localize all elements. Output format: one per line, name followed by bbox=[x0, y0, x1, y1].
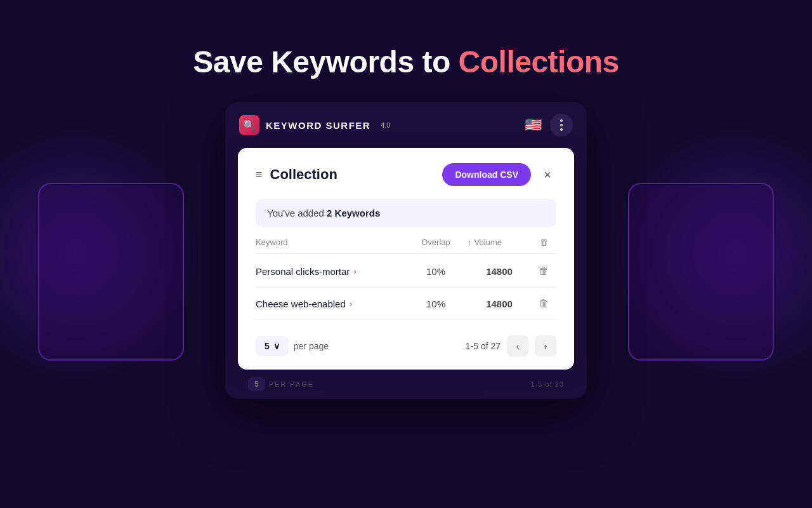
ks-title: KEYWORD SURFER bbox=[266, 120, 370, 131]
volume-cell-1: 14800 bbox=[468, 266, 531, 277]
keyword-cell-1: Personal clicks-mortar › bbox=[256, 266, 404, 277]
menu-dot-2 bbox=[560, 124, 563, 126]
per-page-selector: 5 ∨ per page bbox=[256, 336, 329, 356]
modal-title-area: ≡ Collection bbox=[256, 166, 337, 183]
ks-header-right: 🇺🇸 bbox=[522, 114, 573, 137]
per-page-label: per page bbox=[294, 341, 329, 351]
delete-icon-header: 🗑 bbox=[540, 237, 548, 247]
keyword-arrow-2: › bbox=[350, 299, 352, 309]
th-delete: 🗑 bbox=[531, 237, 556, 247]
strip-left: 5 PER PAGE bbox=[248, 377, 314, 391]
delete-cell-2: 🗑 bbox=[531, 298, 556, 309]
keyword-cell-2: Cheese web-enabled › bbox=[256, 298, 404, 309]
next-page-button[interactable]: › bbox=[535, 335, 556, 357]
ks-logo-icon: 🔍 bbox=[239, 115, 259, 135]
collection-list-icon: ≡ bbox=[256, 168, 263, 182]
summary-count: 2 Keywords bbox=[327, 208, 380, 218]
overlap-cell-2: 10% bbox=[404, 298, 468, 309]
ks-bottom-strip: 5 PER PAGE 1-5 of 23 bbox=[237, 371, 575, 399]
per-page-value: 5 bbox=[265, 341, 270, 351]
main-content: Save Keywords to Collections 🔍 KEYWORD S… bbox=[0, 0, 812, 508]
delete-button-2[interactable]: 🗑 bbox=[539, 298, 549, 309]
modal-header-actions: Download CSV × bbox=[442, 163, 556, 186]
modal-inner: ≡ Collection Download CSV × You've added… bbox=[238, 148, 574, 370]
download-csv-button[interactable]: Download CSV bbox=[442, 163, 531, 186]
flag-button[interactable]: 🇺🇸 bbox=[522, 114, 544, 136]
table-header: Keyword Overlap ↑ Volume 🗑 bbox=[256, 237, 556, 254]
overlap-cell-1: 10% bbox=[404, 266, 468, 277]
menu-dot-1 bbox=[560, 119, 563, 122]
close-button[interactable]: × bbox=[539, 166, 556, 184]
menu-dot-3 bbox=[560, 128, 563, 131]
table-row: Cheese web-enabled › 10% 14800 🗑 bbox=[256, 288, 556, 320]
headline-colored: Collections bbox=[459, 45, 619, 79]
volume-cell-2: 14800 bbox=[468, 298, 531, 309]
menu-button[interactable] bbox=[550, 114, 573, 137]
strip-right: 1-5 of 23 bbox=[531, 380, 564, 388]
strip-page-info: 1-5 of 23 bbox=[531, 380, 564, 388]
keyword-arrow-1: › bbox=[353, 267, 356, 276]
keywords-table: Keyword Overlap ↑ Volume 🗑 Perso bbox=[256, 237, 556, 320]
ks-version: 4.0 bbox=[381, 121, 390, 129]
headline: Save Keywords to Collections bbox=[193, 44, 619, 79]
modal-header: ≡ Collection Download CSV × bbox=[256, 163, 556, 186]
keyword-text-1: Personal clicks-mortar bbox=[256, 266, 350, 277]
pagination-right: 1-5 of 27 ‹ › bbox=[466, 335, 556, 357]
page-info: 1-5 of 27 bbox=[466, 341, 501, 351]
chevron-down-icon: ∨ bbox=[273, 341, 280, 351]
summary-text: You've added bbox=[267, 208, 327, 218]
ks-outer-card: 🔍 KEYWORD SURFER 4.0 🇺🇸 ≡ bbox=[225, 102, 587, 399]
table-row: Personal clicks-mortar › 10% 14800 🗑 bbox=[256, 255, 556, 288]
delete-button-1[interactable]: 🗑 bbox=[539, 265, 549, 277]
ks-brand: 🔍 KEYWORD SURFER 4.0 bbox=[239, 115, 390, 135]
th-volume: ↑ Volume bbox=[468, 237, 531, 247]
strip-per-page-text: PER PAGE bbox=[269, 380, 314, 388]
sort-arrow-icon: ↑ bbox=[468, 237, 472, 247]
modal-title: Collection bbox=[270, 166, 337, 183]
strip-per-page-badge: 5 bbox=[248, 377, 265, 391]
delete-cell-1: 🗑 bbox=[531, 265, 556, 277]
ks-header: 🔍 KEYWORD SURFER 4.0 🇺🇸 bbox=[237, 114, 575, 137]
modal-footer: 5 ∨ per page 1-5 of 27 ‹ › bbox=[256, 330, 556, 357]
keyword-text-2: Cheese web-enabled bbox=[256, 298, 346, 309]
per-page-button[interactable]: 5 ∨ bbox=[256, 336, 289, 356]
collection-modal: ≡ Collection Download CSV × You've added… bbox=[237, 147, 575, 371]
prev-page-button[interactable]: ‹ bbox=[507, 335, 528, 357]
th-keyword: Keyword bbox=[256, 237, 404, 247]
headline-prefix: Save Keywords to bbox=[193, 45, 458, 79]
summary-bar: You've added 2 Keywords bbox=[256, 199, 556, 227]
th-overlap: Overlap bbox=[404, 237, 468, 247]
